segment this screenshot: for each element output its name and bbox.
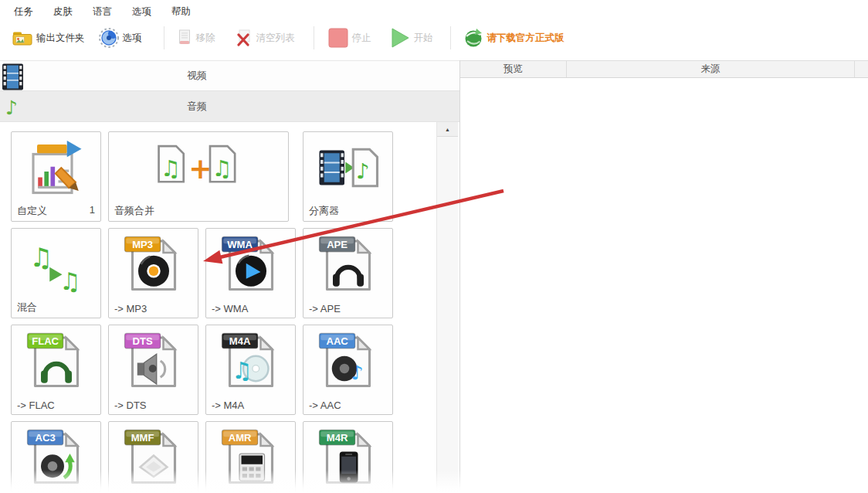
tile-label-to-dts: -> DTS bbox=[114, 400, 192, 411]
svg-text:♫: ♫ bbox=[161, 155, 181, 182]
remove-button[interactable]: 移除 bbox=[172, 26, 220, 50]
tile-audio-merge[interactable]: ♫+♫音频合并 bbox=[108, 131, 289, 222]
stop-button[interactable]: 停止 bbox=[324, 25, 376, 51]
svg-text:MMF: MMF bbox=[131, 432, 154, 444]
options-button[interactable]: 选项 bbox=[94, 25, 147, 51]
tile-label-to-aac: -> AAC bbox=[309, 400, 387, 411]
svg-text:♫: ♫ bbox=[29, 243, 53, 273]
menu-item-task[interactable]: 任务 bbox=[8, 4, 39, 20]
tile-to-dts[interactable]: DTS-> DTS bbox=[108, 325, 198, 415]
svg-text:AC3: AC3 bbox=[35, 432, 55, 444]
svg-text:AMR: AMR bbox=[228, 432, 251, 444]
music-note-icon: ♪ bbox=[4, 96, 24, 119]
start-label: 开始 bbox=[414, 32, 433, 45]
tile-label-to-wma: -> WMA bbox=[212, 303, 290, 314]
tile-label-audio-merge: 音频合并 bbox=[114, 204, 283, 218]
column-header-preview[interactable]: 预览 bbox=[460, 61, 567, 77]
tile-icon-to-ac3: AC3 bbox=[12, 427, 100, 488]
options-label: 选项 bbox=[123, 32, 142, 45]
tile-to-mmf[interactable]: MMF bbox=[108, 421, 198, 493]
tile-icon-to-wma: WMA bbox=[206, 233, 295, 295]
category-row-audio[interactable]: ♪ 音频 bbox=[0, 91, 459, 122]
tile-label-to-m4a: -> M4A bbox=[212, 400, 290, 411]
scroll-up-button[interactable]: ▲ bbox=[437, 122, 458, 137]
output-folder-button[interactable]: 输出文件夹 bbox=[8, 27, 90, 49]
output-folder-label: 输出文件夹 bbox=[36, 32, 85, 45]
app-window: 任务皮肤语言选项帮助 输出文件夹 bbox=[0, 0, 868, 493]
tile-to-ac3[interactable]: AC3 bbox=[11, 421, 101, 493]
category-row-video[interactable]: 视频 bbox=[0, 60, 459, 91]
stop-square-icon bbox=[328, 28, 348, 48]
column-header-stub bbox=[855, 61, 868, 77]
svg-text:♫: ♫ bbox=[232, 357, 253, 384]
category-label-audio: 音频 bbox=[0, 100, 394, 114]
tile-grid: 自定义1♫+♫音频合并♪分离器♫♫混合MP3-> MP3WMA-> WMAAPE… bbox=[0, 122, 436, 493]
vertical-scrollbar[interactable]: ▲ bbox=[436, 122, 458, 493]
svg-text:♫: ♫ bbox=[59, 267, 80, 295]
download-official-label: 请下载官方正式版 bbox=[487, 32, 565, 45]
menu-item-help[interactable]: 帮助 bbox=[165, 4, 197, 20]
gear-icon bbox=[99, 28, 119, 48]
tile-icon-to-mmf: MMF bbox=[109, 427, 198, 488]
tile-icon-splitter: ♪ bbox=[303, 137, 392, 199]
column-header-source[interactable]: 来源 bbox=[567, 61, 855, 77]
start-button[interactable]: 开始 bbox=[385, 25, 438, 51]
tile-icon-to-flac: FLAC bbox=[12, 330, 100, 392]
toolbar-separator bbox=[164, 26, 164, 49]
toolbar: 输出文件夹 选项 bbox=[0, 22, 868, 54]
task-list-panel: 预览 来源 bbox=[459, 60, 868, 493]
tile-label-mix: 混合 bbox=[17, 301, 95, 314]
tile-icon-to-aac: AAC♪ bbox=[303, 330, 392, 392]
remove-document-icon bbox=[177, 29, 192, 47]
film-strip-icon bbox=[2, 63, 24, 90]
task-list-header: 预览 来源 bbox=[460, 60, 868, 78]
download-official-button[interactable]: 请下载官方正式版 bbox=[459, 25, 569, 51]
svg-text:♪: ♪ bbox=[5, 97, 18, 119]
category-label-video: 视频 bbox=[0, 69, 394, 83]
tile-icon-to-mp3: MP3 bbox=[109, 233, 198, 295]
play-triangle-icon bbox=[390, 28, 410, 48]
menu-item-skin[interactable]: 皮肤 bbox=[47, 4, 79, 20]
svg-text:M4R: M4R bbox=[326, 432, 348, 444]
svg-text:APE: APE bbox=[327, 239, 348, 250]
stop-label: 停止 bbox=[352, 32, 371, 45]
remove-label: 移除 bbox=[196, 32, 215, 45]
tile-icon-audio-merge: ♫+♫ bbox=[109, 137, 288, 199]
tile-to-m4r[interactable]: M4R bbox=[303, 421, 393, 493]
tile-label-custom: 自定义1 bbox=[17, 204, 95, 218]
tile-label-to-flac: -> FLAC bbox=[17, 400, 95, 411]
folder-icon bbox=[12, 30, 32, 46]
tile-to-mp3[interactable]: MP3-> MP3 bbox=[108, 228, 198, 318]
menu-item-language[interactable]: 语言 bbox=[86, 4, 118, 20]
tile-icon-to-ape: APE bbox=[303, 233, 392, 295]
svg-text:M4A: M4A bbox=[229, 335, 250, 347]
red-x-icon bbox=[236, 29, 253, 46]
tile-icon-to-m4r: M4R bbox=[303, 427, 392, 488]
tile-to-flac[interactable]: FLAC-> FLAC bbox=[11, 325, 101, 415]
svg-text:♫: ♫ bbox=[212, 155, 232, 182]
green-globe-icon bbox=[463, 28, 483, 48]
menu-bar: 任务皮肤语言选项帮助 bbox=[8, 3, 205, 20]
tile-to-amr[interactable]: AMR bbox=[205, 421, 296, 493]
tile-to-wma[interactable]: WMA-> WMA bbox=[205, 228, 296, 318]
tile-icon-to-m4a: M4A♫ bbox=[206, 330, 295, 392]
clear-list-label: 清空列表 bbox=[256, 32, 295, 45]
svg-text:♪: ♪ bbox=[351, 362, 363, 384]
toolbar-separator bbox=[450, 26, 451, 49]
tile-label-to-mp3: -> MP3 bbox=[114, 303, 192, 314]
tile-to-m4a[interactable]: M4A♫-> M4A bbox=[205, 325, 296, 415]
svg-text:WMA: WMA bbox=[227, 239, 253, 250]
tile-icon-to-amr: AMR bbox=[206, 427, 295, 488]
tile-to-aac[interactable]: AAC♪-> AAC bbox=[303, 325, 393, 415]
tile-splitter[interactable]: ♪分离器 bbox=[303, 131, 393, 222]
clear-list-button[interactable]: 清空列表 bbox=[231, 26, 300, 49]
tile-custom[interactable]: 自定义1 bbox=[11, 131, 101, 222]
tile-to-ape[interactable]: APE-> APE bbox=[303, 228, 393, 318]
menu-item-options[interactable]: 选项 bbox=[126, 4, 158, 20]
tile-icon-to-dts: DTS bbox=[109, 330, 198, 392]
tile-label-splitter: 分离器 bbox=[309, 204, 387, 218]
tile-mix[interactable]: ♫♫混合 bbox=[11, 228, 101, 318]
svg-text:♪: ♪ bbox=[356, 158, 370, 183]
svg-text:FLAC: FLAC bbox=[32, 335, 59, 347]
svg-text:AAC: AAC bbox=[326, 335, 348, 347]
